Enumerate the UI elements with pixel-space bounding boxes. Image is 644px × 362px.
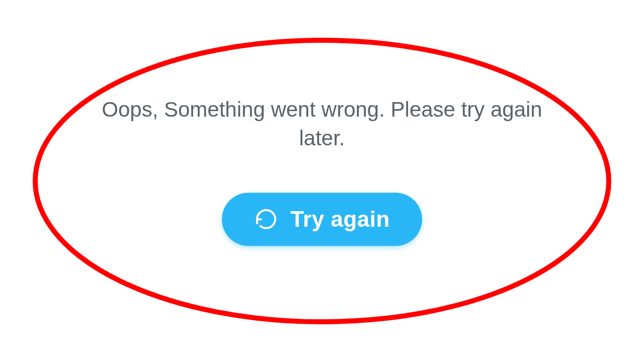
- try-again-label: Try again: [290, 207, 390, 232]
- refresh-icon: [254, 208, 278, 232]
- error-state: Oops, Something went wrong. Please try a…: [96, 116, 548, 246]
- try-again-button[interactable]: Try again: [222, 193, 422, 246]
- error-message: Oops, Something went wrong. Please try a…: [96, 96, 548, 152]
